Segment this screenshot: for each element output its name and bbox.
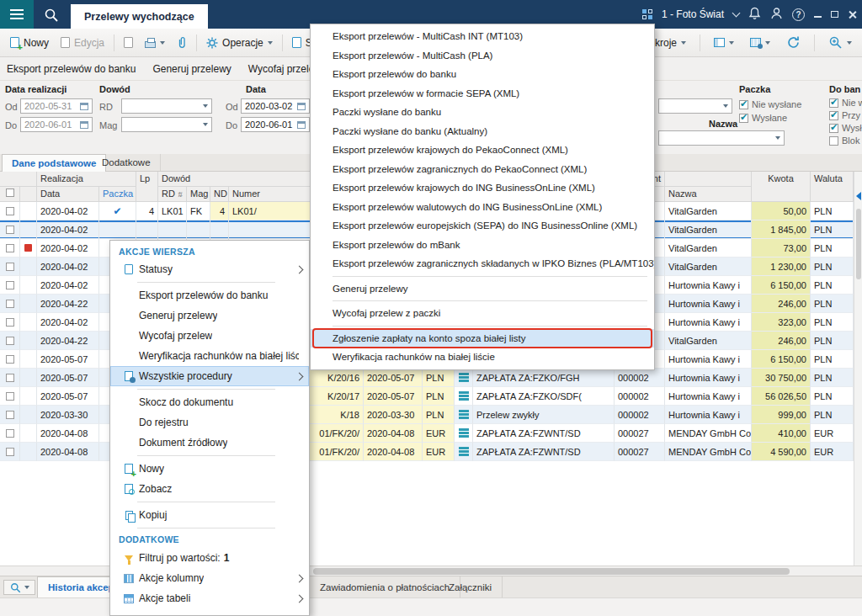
cell-nd[interactable]: 4 xyxy=(210,202,229,220)
nazwa-select[interactable] xyxy=(658,130,785,146)
submenu-item[interactable]: Eksport przelewów zagranicznych do Pekao… xyxy=(311,160,654,179)
cell-kwota[interactable]: 999,00 xyxy=(752,406,811,424)
cell-kwota[interactable]: 4 590,00 xyxy=(752,443,811,461)
checkbox-wyslane[interactable]: Wysłane xyxy=(739,113,787,123)
cell-konto[interactable]: 000027 xyxy=(615,424,665,443)
checkbox-do-banku-2[interactable]: Przy xyxy=(829,110,860,120)
new-button[interactable]: Nowy xyxy=(5,35,54,51)
cell-tytul[interactable]: Przelew zwykły xyxy=(473,406,615,424)
cell-realizacja-data[interactable]: 2020-04-08 xyxy=(37,443,99,461)
row-select-cell[interactable] xyxy=(0,276,20,295)
cell-icon[interactable] xyxy=(455,387,473,406)
submenu-item[interactable]: Eksport przelewów walutowych do ING Busi… xyxy=(311,198,654,217)
row-select-cell[interactable] xyxy=(0,220,20,239)
tab-przelewy-wychodzace[interactable]: Przelewy wychodzące xyxy=(71,4,208,29)
submenu-item[interactable]: Eksport przelewów w formacie SEPA (XML) xyxy=(311,84,654,104)
submenu-item[interactable]: Eksport przelewów zagranicznych składany… xyxy=(311,254,654,273)
edit-button[interactable]: Edycja xyxy=(56,35,109,51)
row-checkbox[interactable] xyxy=(6,374,14,382)
cell-tytul[interactable]: ZAPŁATA ZA:FZKO/FGH xyxy=(473,369,615,387)
cell-kwota[interactable]: 410,00 xyxy=(752,424,811,443)
tab-zalaczniki[interactable]: Załączniki xyxy=(439,576,503,597)
bell-icon[interactable] xyxy=(748,7,761,23)
generate-transfers-action[interactable]: Generuj przelewy xyxy=(152,63,231,75)
data-od-input[interactable]: 2020-03-02 xyxy=(241,98,310,114)
row-select-cell[interactable] xyxy=(0,387,20,406)
cell-realizacja-data[interactable]: 2020-03-30 xyxy=(37,406,99,424)
cell-lp[interactable]: 4 xyxy=(136,202,158,220)
cell-kwota[interactable]: 6 150,00 xyxy=(752,350,811,369)
bottom-search-button[interactable] xyxy=(3,580,35,595)
context-menu-item[interactable]: Skocz do dokumentu xyxy=(110,392,309,412)
checkbox-do-banku-3[interactable]: Wysł xyxy=(829,123,862,133)
context-menu-item[interactable]: Weryfikacja rachunków na białej liście xyxy=(110,346,309,366)
header-waluta[interactable]: Waluta xyxy=(811,172,854,202)
cell-realizacja-data[interactable]: 2020-04-22 xyxy=(37,332,99,350)
cell-kwota[interactable]: 323,00 xyxy=(752,313,811,332)
cell-nazwa[interactable]: Hurtownia Kawy i xyxy=(665,313,752,332)
cell-realizacja-data[interactable]: 2020-04-02 xyxy=(37,202,99,220)
cell-kwota[interactable]: 6 150,00 xyxy=(752,276,811,295)
row-checkbox[interactable] xyxy=(6,355,14,364)
context-menu-item[interactable]: Do rejestru xyxy=(110,412,309,433)
cell-waluta[interactable]: PLN xyxy=(811,258,854,276)
checkbox-icon[interactable] xyxy=(829,98,838,108)
cell-konto[interactable]: 000002 xyxy=(615,387,665,406)
cell-realizacja-data[interactable]: 2020-04-02 xyxy=(37,276,99,295)
cell-rd[interactable] xyxy=(158,220,187,239)
cell-mag[interactable] xyxy=(187,220,210,239)
cell-realizacja-data[interactable]: 2020-05-07 xyxy=(37,369,99,387)
cell-waluta-dok[interactable]: EUR xyxy=(423,443,455,461)
close-button[interactable] xyxy=(848,10,857,19)
context-menu-item[interactable]: Zobacz xyxy=(110,479,309,499)
context-menu-item[interactable]: Filtruj po wartości: 1 xyxy=(110,548,309,568)
cell-waluta[interactable]: PLN xyxy=(811,406,854,424)
checkbox-icon[interactable] xyxy=(829,111,838,120)
cell-konto[interactable]: 000002 xyxy=(615,369,665,387)
cell-nazwa[interactable]: Hurtownia Kawy i xyxy=(665,276,752,295)
row-checkbox[interactable] xyxy=(6,448,14,456)
cell-kwota[interactable]: 56 026,50 xyxy=(752,387,811,406)
data-realizacji-od-input[interactable]: 2020-05-31 xyxy=(20,98,93,114)
context-menu-item[interactable] xyxy=(110,525,309,531)
cell-konto[interactable]: 000027 xyxy=(615,443,665,461)
user-icon[interactable] xyxy=(770,7,783,23)
cell-mag[interactable]: FK xyxy=(187,202,210,220)
cell-data[interactable]: 2020-05-07 xyxy=(364,369,423,387)
checkbox-do-banku-4[interactable]: Blok xyxy=(829,135,859,146)
submenu-item[interactable]: Eksport przelewów - MultiCash (PLA) xyxy=(311,46,654,66)
print-button[interactable] xyxy=(140,35,170,50)
cell-kwota[interactable]: 1 230,00 xyxy=(752,258,811,276)
submenu-item[interactable]: Wycofaj przelew z paczki xyxy=(311,304,654,323)
cell-waluta[interactable]: PLN xyxy=(811,387,854,406)
context-menu-item[interactable]: Eksport przelewów do banku xyxy=(110,285,309,305)
cell-realizacja-data[interactable]: 2020-04-08 xyxy=(37,424,99,443)
context-menu-item[interactable]: Kopiuj xyxy=(110,505,309,525)
submenu-item[interactable] xyxy=(311,298,654,304)
cell-paczka[interactable] xyxy=(99,220,136,239)
cell-waluta-dok[interactable]: PLN xyxy=(423,387,455,406)
paczka-select[interactable] xyxy=(658,98,732,114)
cell-data[interactable]: 2020-04-08 xyxy=(364,424,423,443)
cell-icon[interactable] xyxy=(455,406,473,424)
cell-waluta-dok[interactable]: EUR xyxy=(423,424,455,443)
cell-waluta[interactable]: PLN xyxy=(811,332,854,350)
row-checkbox[interactable] xyxy=(6,411,14,419)
cell-konto[interactable]: 000002 xyxy=(615,406,665,424)
row-checkbox[interactable] xyxy=(6,318,14,327)
calendar-icon[interactable] xyxy=(297,121,306,129)
cell-waluta[interactable]: PLN xyxy=(811,239,854,258)
refresh-button[interactable] xyxy=(781,33,806,52)
context-menu-item[interactable] xyxy=(110,499,309,505)
cell-realizacja-data[interactable]: 2020-04-02 xyxy=(37,239,99,258)
header-realizacja[interactable]: Realizacja xyxy=(37,172,136,187)
cell-tytul[interactable]: ZAPŁATA ZA:FZWNT/SD xyxy=(473,443,615,461)
row-checkbox[interactable] xyxy=(6,226,14,234)
row-checkbox[interactable] xyxy=(6,392,14,401)
cell-waluta[interactable]: PLN xyxy=(811,220,854,239)
submenu-item[interactable]: Generuj przelewy xyxy=(311,279,654,299)
vertical-scrollbar[interactable] xyxy=(854,172,862,566)
row-select-cell[interactable] xyxy=(0,332,20,350)
checkbox-icon[interactable] xyxy=(829,124,838,133)
minimize-button[interactable] xyxy=(814,16,822,18)
